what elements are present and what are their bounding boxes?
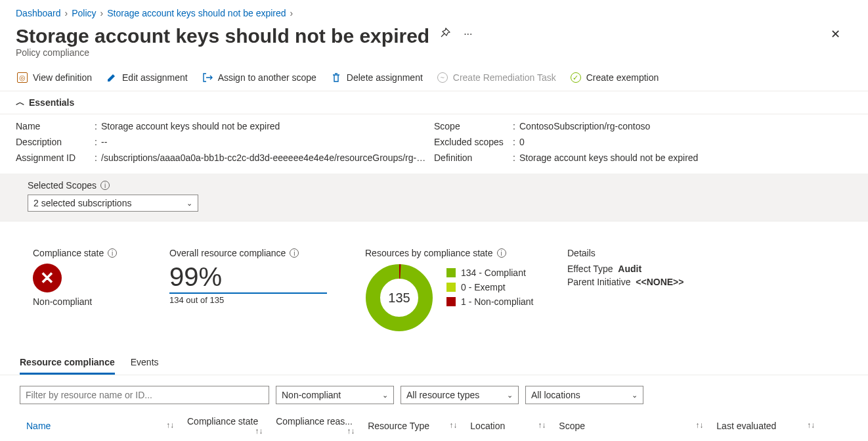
scope-select[interactable]: 2 selected subscriptions ⌄	[28, 195, 198, 212]
effect-type-key: Effect Type	[567, 264, 613, 274]
legend-compliant: 134 - Compliant	[446, 267, 534, 278]
essentials-toggle[interactable]: ︿ Essentials	[0, 91, 868, 114]
filter-resource-type-select[interactable]: All resource types ⌄	[401, 386, 519, 404]
chevron-right-icon: ›	[290, 8, 293, 18]
ess-val-definition: Storage account keys should not be expir…	[519, 152, 848, 163]
overall-compliance-label: Overall resource compliance	[169, 248, 286, 258]
view-definition-button[interactable]: ◎ View definition	[16, 70, 93, 85]
page-subtitle: Policy compliance	[0, 47, 868, 64]
donut-total: 135	[365, 264, 433, 332]
label: View definition	[33, 72, 92, 83]
scope-select-value: 2 selected subscriptions	[33, 198, 131, 208]
filter-compliance-select[interactable]: Non-compliant ⌄	[276, 386, 394, 404]
parent-initiative-key: Parent Initiative	[567, 277, 631, 287]
breadcrumb: Dashboard › Policy › Storage account key…	[0, 5, 868, 21]
delete-assignment-button[interactable]: Delete assignment	[330, 70, 424, 85]
details-label: Details	[567, 248, 684, 258]
ess-key-assignment-id: Assignment ID	[16, 152, 95, 163]
remediation-icon: ~	[437, 72, 448, 83]
chevron-right-icon: ›	[100, 8, 104, 18]
command-bar: ◎ View definition Edit assignment Assign…	[0, 64, 868, 91]
col-type[interactable]: Resource Type↑↓	[361, 411, 464, 441]
chevron-down-icon: ⌄	[632, 391, 638, 400]
ess-val-assignment-id: /subscriptions/aaaa0a0a-bb1b-cc2c-dd3d-e…	[101, 152, 429, 163]
swatch-icon	[446, 268, 456, 277]
parent-initiative-val: <<NONE>>	[636, 277, 684, 287]
ess-key-excluded: Excluded scopes	[434, 137, 513, 147]
chevron-right-icon: ›	[65, 8, 68, 18]
breadcrumb-item[interactable]: Dashboard	[16, 8, 61, 18]
col-name[interactable]: Name↑↓	[20, 411, 181, 441]
sort-icon: ↑↓	[449, 421, 457, 430]
chevron-down-icon: ⌄	[507, 391, 513, 400]
label: Delete assignment	[347, 72, 423, 83]
assign-scope-button[interactable]: Assign to another scope	[201, 70, 318, 85]
more-icon[interactable]: ···	[461, 26, 475, 43]
chevron-up-icon: ︿	[16, 97, 25, 108]
info-icon[interactable]: i	[290, 248, 299, 258]
target-icon: ◎	[17, 72, 28, 83]
overall-compliance-pct: 99%	[169, 264, 334, 290]
create-exemption-button[interactable]: ✓ Create exemption	[569, 70, 661, 85]
noncompliant-icon: ✕	[33, 264, 62, 292]
progress-bar	[169, 292, 327, 294]
label: Essentials	[29, 97, 74, 108]
sort-icon: ↑↓	[347, 427, 355, 436]
sort-icon: ↑↓	[695, 421, 703, 430]
ess-key-name: Name	[16, 121, 95, 131]
create-remediation-button: ~ Create Remediation Task	[436, 70, 557, 85]
breadcrumb-item[interactable]: Policy	[72, 8, 96, 18]
filter-location-select[interactable]: All locations ⌄	[525, 386, 643, 404]
swatch-icon	[446, 297, 456, 306]
arrow-export-icon	[202, 72, 213, 83]
sort-icon: ↑↓	[255, 427, 263, 436]
breadcrumb-item-current[interactable]: Storage account keys should not be expir…	[107, 8, 286, 18]
pencil-icon	[106, 72, 117, 83]
compliance-donut-chart: 135	[365, 264, 433, 332]
info-icon[interactable]: i	[108, 248, 117, 258]
col-state[interactable]: Compliance state↑↓	[181, 411, 269, 441]
results-table: Name↑↓ Compliance state↑↓ Compliance rea…	[20, 411, 848, 441]
ess-val-description: --	[101, 137, 429, 147]
page-title: Storage account keys should not be expir…	[16, 25, 429, 47]
filter-text-input[interactable]	[20, 386, 269, 404]
label: Assign to another scope	[218, 72, 316, 83]
edit-assignment-button[interactable]: Edit assignment	[105, 70, 189, 85]
ess-key-description: Description	[16, 137, 95, 147]
essentials-panel: Name : Storage account keys should not b…	[0, 114, 868, 174]
ess-val-scope: ContosoSubscription/rg-contoso	[519, 121, 848, 131]
sort-icon: ↑↓	[807, 421, 815, 430]
chevron-down-icon: ⌄	[186, 199, 192, 208]
col-reason[interactable]: Compliance reas...↑↓	[269, 411, 361, 441]
ess-key-definition: Definition	[434, 152, 513, 163]
trash-icon	[331, 72, 341, 83]
label: Create Remediation Task	[453, 72, 556, 83]
close-icon[interactable]: ✕	[824, 23, 847, 45]
ess-key-scope: Scope	[434, 121, 513, 131]
ess-val-name: Storage account keys should not be expir…	[101, 121, 429, 131]
legend-exempt: 0 - Exempt	[446, 282, 534, 292]
pin-icon[interactable]	[437, 25, 453, 43]
effect-type-val: Audit	[618, 264, 641, 274]
col-location[interactable]: Location↑↓	[464, 411, 552, 441]
legend-noncompliant: 1 - Non-compliant	[446, 296, 534, 307]
check-circle-icon: ✓	[571, 72, 581, 83]
selected-scopes-bar: Selected Scopes i 2 selected subscriptio…	[0, 174, 868, 221]
compliance-state-value: Non-compliant	[33, 296, 138, 307]
selected-scopes-label: Selected Scopes	[28, 180, 97, 191]
sort-icon: ↑↓	[538, 421, 546, 430]
label: Edit assignment	[122, 72, 188, 83]
compliance-state-label: Compliance state	[33, 248, 104, 258]
info-icon[interactable]: i	[497, 248, 506, 258]
col-scope[interactable]: Scope↑↓	[552, 411, 710, 441]
chevron-down-icon: ⌄	[382, 391, 388, 400]
info-icon[interactable]: i	[100, 181, 110, 190]
tab-events[interactable]: Events	[131, 352, 159, 375]
tab-resource-compliance[interactable]: Resource compliance	[20, 352, 115, 375]
col-last[interactable]: Last evaluated↑↓	[710, 411, 821, 441]
overall-compliance-subtext: 134 out of 135	[169, 295, 334, 305]
by-state-label: Resources by compliance state	[365, 248, 493, 258]
tab-strip: Resource compliance Events	[0, 352, 868, 375]
sort-icon: ↑↓	[166, 421, 174, 430]
ess-val-excluded: 0	[519, 137, 848, 147]
